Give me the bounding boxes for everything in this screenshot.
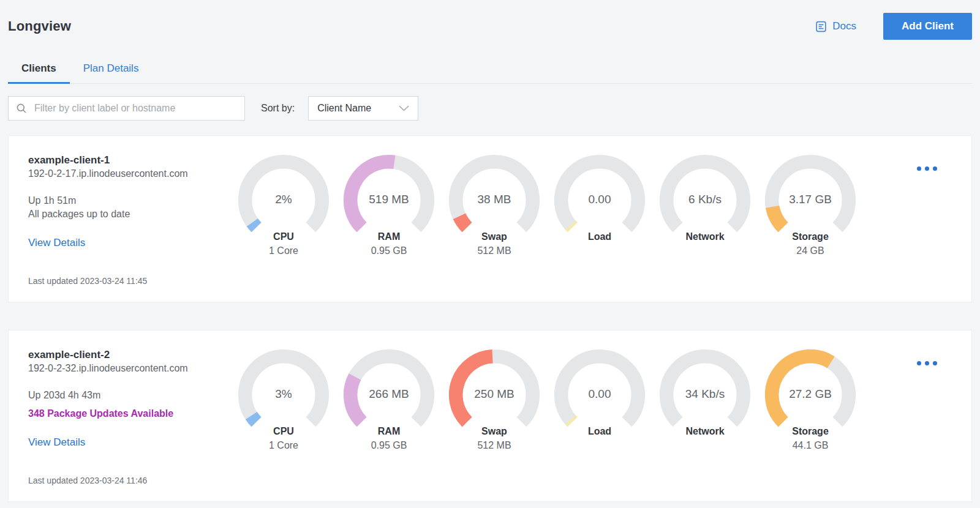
gauge-dial: 266 MB	[343, 349, 435, 441]
gauge-dial: 3%	[238, 349, 330, 441]
gauge-value: 38 MB	[448, 193, 540, 206]
gauge-value: 250 MB	[448, 387, 540, 401]
client-actions-menu[interactable]	[914, 163, 940, 174]
gauge-sublabel: 1 Core	[269, 245, 298, 256]
tab-clients[interactable]: Clients	[8, 55, 70, 83]
gauge-dial: 6 Kb/s	[659, 154, 751, 246]
client-uptime: Up 203d 4h 43m	[28, 390, 231, 401]
view-details-link[interactable]: View Details	[28, 436, 85, 449]
search-input[interactable]	[33, 96, 244, 121]
sort-select[interactable]: Client Name	[308, 96, 418, 121]
page-title: Longview	[8, 18, 71, 34]
gauge-dial: 27.2 GB	[764, 349, 856, 441]
gauge-dial: 0.00	[554, 349, 646, 441]
client-card: example-client-2 192-0-2-32.ip.linodeuse…	[8, 330, 972, 502]
docs-link-label: Docs	[832, 20, 856, 32]
docs-icon	[815, 20, 827, 33]
gauge-sublabel: 512 MB	[477, 440, 511, 451]
search-input-wrapper	[8, 96, 245, 121]
client-info: example-client-2 192-0-2-32.ip.linodeuse…	[28, 349, 231, 485]
gauge-value: 3%	[238, 387, 330, 401]
gauge-dial: 34 Kb/s	[659, 349, 751, 441]
gauge-swap: 250 MBSwap512 MB	[442, 349, 547, 485]
client-name: example-client-2	[28, 349, 231, 361]
client-list: example-client-1 192-0-2-17.ip.linodeuse…	[8, 135, 972, 502]
gauge-value: 2%	[238, 193, 330, 206]
add-client-button[interactable]: Add Client	[883, 13, 972, 40]
ellipsis-icon	[917, 166, 921, 171]
gauge-swap: 38 MBSwap512 MB	[442, 154, 547, 286]
header-actions: Docs Add Client	[815, 13, 972, 40]
gauge-sublabel: 0.95 GB	[371, 245, 407, 256]
client-packages-status: All packages up to date	[28, 209, 231, 220]
view-details-link[interactable]: View Details	[28, 237, 85, 249]
client-packages-status: 348 Package Updates Available	[28, 408, 231, 419]
docs-link[interactable]: Docs	[815, 20, 856, 33]
gauge-dial: 2%	[238, 154, 330, 246]
sort-select-value: Client Name	[317, 103, 371, 114]
page-header: Longview Docs Add Client	[8, 0, 972, 40]
gauge-load: 0.00Load	[547, 349, 652, 485]
sort-by-label: Sort by:	[261, 103, 295, 114]
client-hostname: 192-0-2-17.ip.linodeusercontent.com	[28, 168, 231, 179]
gauge-row: 3%CPU1 Core266 MBRAM0.95 GB250 MBSwap512…	[231, 349, 863, 485]
gauge-value: 6 Kb/s	[659, 193, 751, 206]
client-card: example-client-1 192-0-2-17.ip.linodeuse…	[8, 135, 972, 302]
gauge-value: 266 MB	[343, 387, 435, 401]
gauge-ram: 519 MBRAM0.95 GB	[336, 154, 442, 286]
client-last-updated: Last updated 2023-03-24 11:46	[28, 476, 231, 485]
gauge-sublabel: 24 GB	[796, 245, 824, 256]
gauge-value: 0.00	[554, 387, 646, 401]
gauge-value: 27.2 GB	[764, 387, 856, 401]
gauge-sublabel: 44.1 GB	[793, 440, 829, 451]
gauge-dial: 3.17 GB	[764, 154, 856, 246]
gauge-value: 0.00	[554, 193, 646, 206]
gauge-value: 34 Kb/s	[659, 387, 751, 401]
gauge-dial: 519 MB	[343, 154, 435, 246]
tab-bar: Clients Plan Details	[8, 55, 972, 84]
client-info: example-client-1 192-0-2-17.ip.linodeuse…	[28, 154, 231, 286]
client-last-updated: Last updated 2023-03-24 11:45	[28, 276, 231, 286]
gauge-sublabel: 0.95 GB	[371, 440, 407, 451]
ellipsis-icon	[917, 361, 921, 365]
search-icon	[16, 103, 27, 114]
gauge-network: 6 Kb/sNetwork	[652, 154, 758, 286]
tab-plan-details[interactable]: Plan Details	[70, 55, 153, 83]
gauge-dial: 38 MB	[448, 154, 540, 246]
gauge-load: 0.00Load	[547, 154, 652, 286]
client-uptime: Up 1h 51m	[28, 195, 231, 206]
gauge-ram: 266 MBRAM0.95 GB	[336, 349, 442, 485]
gauge-storage: 27.2 GBStorage44.1 GB	[758, 349, 863, 485]
gauge-sublabel: 512 MB	[477, 245, 511, 256]
gauge-dial: 0.00	[554, 154, 646, 246]
client-name: example-client-1	[28, 154, 231, 166]
chevron-down-icon	[399, 105, 409, 111]
gauge-storage: 3.17 GBStorage24 GB	[758, 154, 863, 286]
gauge-sublabel: 1 Core	[269, 440, 298, 451]
gauge-network: 34 Kb/sNetwork	[652, 349, 758, 485]
gauge-value: 519 MB	[343, 193, 435, 206]
gauge-dial: 250 MB	[448, 349, 540, 441]
filter-row: Sort by: Client Name	[8, 96, 972, 121]
longview-page: Longview Docs Add Client Clients Plan De…	[0, 0, 980, 502]
gauge-value: 3.17 GB	[764, 193, 856, 206]
client-hostname: 192-0-2-32.ip.linodeusercontent.com	[28, 363, 231, 374]
client-actions-menu[interactable]	[914, 357, 940, 369]
gauge-cpu: 2%CPU1 Core	[231, 154, 336, 286]
gauge-cpu: 3%CPU1 Core	[231, 349, 336, 485]
gauge-row: 2%CPU1 Core519 MBRAM0.95 GB38 MBSwap512 …	[231, 154, 863, 286]
